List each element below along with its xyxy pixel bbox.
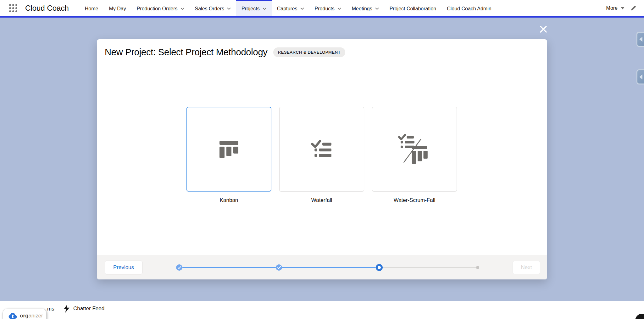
chevron-down-icon — [300, 8, 304, 10]
nav-right-group: More — [606, 0, 636, 16]
nav-tab-production-orders[interactable]: Production Orders — [131, 0, 190, 16]
chevron-down-icon — [263, 8, 266, 10]
global-nav: Cloud Coach Home My Day Production Order… — [0, 0, 644, 18]
modal-title: New Project: Select Project Methodology — [105, 47, 268, 57]
side-panel-handle-bottom[interactable] — [636, 69, 644, 84]
side-panel-handle-top[interactable] — [636, 32, 644, 47]
stepper-connector — [383, 267, 476, 268]
new-project-modal: New Project: Select Project Methodology … — [97, 39, 547, 279]
chevron-down-icon — [227, 8, 231, 10]
modal-footer: Previous Next — [97, 255, 547, 279]
kanban-icon — [219, 139, 239, 159]
task-list-icon — [311, 140, 332, 158]
nav-tab-cloud-coach-admin[interactable]: Cloud Coach Admin — [441, 0, 497, 16]
organizer-popup[interactable]: organizer — [3, 309, 47, 319]
step-1-complete — [176, 264, 182, 271]
organizer-label: organizer — [20, 313, 43, 319]
chatter-feed-label: Chatter Feed — [73, 305, 104, 312]
utility-bar: ms Chatter Feed organizer — [0, 301, 644, 319]
edit-navigation-button[interactable] — [630, 5, 636, 11]
methodology-label: Water-Scrum-Fall — [372, 197, 457, 203]
check-icon — [277, 266, 281, 269]
nav-tab-products[interactable]: Products — [309, 0, 347, 16]
water-scrum-fall-icon — [398, 134, 431, 165]
bottom-right-corner-button[interactable] — [635, 314, 644, 319]
partially-hidden-utility-tab[interactable]: ms — [47, 306, 54, 312]
methodology-option-kanban: Kanban — [186, 107, 271, 203]
chevron-left-icon — [639, 74, 642, 79]
nav-tab-meetings[interactable]: Meetings — [347, 0, 384, 16]
modal-close-button[interactable] — [538, 24, 548, 35]
methodology-option-water-scrum-fall: Water-Scrum-Fall — [372, 107, 457, 203]
lightning-bolt-icon — [64, 305, 70, 313]
check-icon — [178, 266, 181, 269]
chevron-down-icon — [375, 8, 379, 10]
screen: Cloud Coach Home My Day Production Order… — [0, 0, 644, 319]
nav-tabs: Home My Day Production Orders Sales Orde… — [80, 0, 497, 16]
stepper-connector — [282, 267, 375, 268]
waffle-icon — [9, 4, 17, 12]
methodology-card-kanban[interactable] — [186, 107, 271, 192]
next-button[interactable]: Next — [513, 261, 540, 274]
step-2-complete — [276, 264, 282, 271]
pencil-icon — [630, 5, 636, 11]
methodology-option-waterfall: Waterfall — [279, 107, 364, 203]
triangle-down-icon — [621, 7, 625, 9]
nav-tab-projects[interactable]: Projects — [236, 0, 272, 16]
project-type-badge: RESEARCH & DEVELOPMENT — [273, 47, 346, 57]
close-icon — [539, 25, 548, 34]
app-launcher-button[interactable] — [7, 0, 19, 16]
methodology-card-water-scrum-fall[interactable] — [372, 107, 457, 192]
methodology-card-waterfall[interactable] — [279, 107, 364, 192]
chevron-left-icon — [639, 37, 642, 42]
step-3-current — [376, 264, 383, 271]
stepper-connector — [182, 267, 276, 268]
step-4-upcoming — [476, 266, 479, 269]
nav-tab-captures[interactable]: Captures — [272, 0, 309, 16]
nav-tab-my-day[interactable]: My Day — [103, 0, 131, 16]
nav-tab-project-collaboration[interactable]: Project Collaboration — [384, 0, 442, 16]
chevron-down-icon — [180, 8, 184, 10]
methodology-label: Waterfall — [279, 197, 364, 203]
nav-tab-home[interactable]: Home — [80, 0, 104, 16]
progress-stepper — [176, 255, 479, 280]
modal-backdrop: New Project: Select Project Methodology … — [0, 18, 644, 301]
methodology-label: Kanban — [186, 197, 271, 203]
utility-chatter-feed-tab[interactable]: Chatter Feed — [64, 305, 104, 313]
cloud-lock-icon — [8, 312, 17, 319]
nav-tab-sales-orders[interactable]: Sales Orders — [190, 0, 236, 16]
modal-header: New Project: Select Project Methodology … — [97, 39, 547, 65]
chevron-down-icon — [337, 8, 341, 10]
app-name: Cloud Coach — [25, 0, 69, 16]
nav-more-menu[interactable]: More — [606, 5, 625, 11]
previous-button[interactable]: Previous — [105, 261, 142, 274]
